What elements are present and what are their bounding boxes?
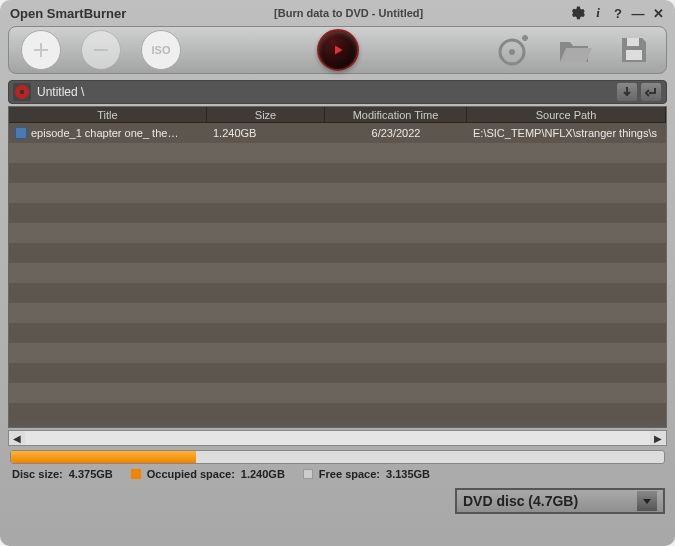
enter-button[interactable] [640, 82, 662, 102]
header-path[interactable]: Source Path [467, 107, 666, 122]
horizontal-scrollbar[interactable]: ◀ ▶ [8, 430, 667, 446]
table-row [9, 143, 666, 163]
burn-button[interactable] [317, 29, 359, 71]
down-arrow-button[interactable] [616, 82, 638, 102]
table-row [9, 363, 666, 383]
breadcrumb-bar: Untitled \ [8, 80, 667, 104]
table-row [9, 283, 666, 303]
iso-button[interactable]: ISO [141, 30, 181, 70]
file-icon [15, 127, 27, 139]
occupied-swatch-icon [131, 469, 141, 479]
breadcrumb-path[interactable]: Untitled \ [37, 85, 84, 99]
free-swatch-icon [303, 469, 313, 479]
table-row [9, 303, 666, 323]
usage-bar [10, 450, 665, 464]
table-row [9, 383, 666, 403]
file-list: Title Size Modification Time Source Path… [8, 106, 667, 428]
remove-button[interactable] [81, 30, 121, 70]
table-row [9, 323, 666, 343]
free-label: Free space: [319, 468, 380, 480]
table-row [9, 223, 666, 243]
disc-size-value: 4.375GB [69, 468, 113, 480]
add-button[interactable] [21, 30, 61, 70]
save-icon[interactable] [614, 30, 654, 70]
cell-title: episode_1 chapter one_ the… [31, 127, 178, 139]
dropdown-arrow-icon[interactable] [637, 491, 657, 511]
new-disc-icon[interactable] [494, 30, 534, 70]
table-row [9, 263, 666, 283]
cell-mtime: 6/23/2022 [325, 127, 467, 139]
table-row [9, 243, 666, 263]
table-row [9, 343, 666, 363]
cell-path: E:\SIC_TEMP\NFLX\stranger things\s [467, 127, 666, 139]
disc-type-select[interactable]: DVD disc (4.7GB) [455, 488, 665, 514]
column-headers: Title Size Modification Time Source Path [9, 107, 666, 123]
scroll-right-icon[interactable]: ▶ [650, 431, 666, 445]
disc-icon [13, 83, 31, 101]
titlebar: Open SmartBurner [Burn data to DVD - Unt… [2, 2, 673, 24]
settings-gear-icon[interactable] [571, 6, 585, 20]
disc-size-label: Disc size: [12, 468, 63, 480]
header-mtime[interactable]: Modification Time [325, 107, 467, 122]
header-title[interactable]: Title [9, 107, 207, 122]
window-controls: i ? — ✕ [571, 6, 665, 20]
table-row [9, 183, 666, 203]
free-value: 3.135GB [386, 468, 430, 480]
scroll-track[interactable] [25, 431, 650, 445]
table-row [9, 403, 666, 423]
scroll-left-icon[interactable]: ◀ [9, 431, 25, 445]
occupied-value: 1.240GB [241, 468, 285, 480]
usage-fill [11, 451, 196, 463]
help-icon[interactable]: ? [611, 6, 625, 20]
main-toolbar: ISO [8, 26, 667, 74]
svg-point-1 [509, 49, 515, 55]
minimize-icon[interactable]: — [631, 6, 645, 20]
close-icon[interactable]: ✕ [651, 6, 665, 20]
svg-rect-2 [627, 38, 639, 46]
file-rows: episode_1 chapter one_ the… 1.240GB 6/23… [9, 123, 666, 427]
disc-select-value: DVD disc (4.7GB) [463, 493, 578, 509]
cell-size: 1.240GB [207, 127, 325, 139]
header-size[interactable]: Size [207, 107, 325, 122]
app-name: Open SmartBurner [10, 6, 126, 21]
disc-usage: Disc size: 4.375GB Occupied space: 1.240… [10, 450, 665, 480]
table-row [9, 203, 666, 223]
table-row[interactable]: episode_1 chapter one_ the… 1.240GB 6/23… [9, 123, 666, 143]
info-icon[interactable]: i [591, 6, 605, 20]
app-window: Open SmartBurner [Burn data to DVD - Unt… [0, 0, 675, 546]
table-row [9, 163, 666, 183]
svg-rect-3 [626, 50, 642, 60]
document-title: [Burn data to DVD - Untitled] [126, 7, 571, 19]
occupied-label: Occupied space: [147, 468, 235, 480]
open-folder-icon[interactable] [554, 30, 594, 70]
status-line: Disc size: 4.375GB Occupied space: 1.240… [10, 468, 665, 480]
